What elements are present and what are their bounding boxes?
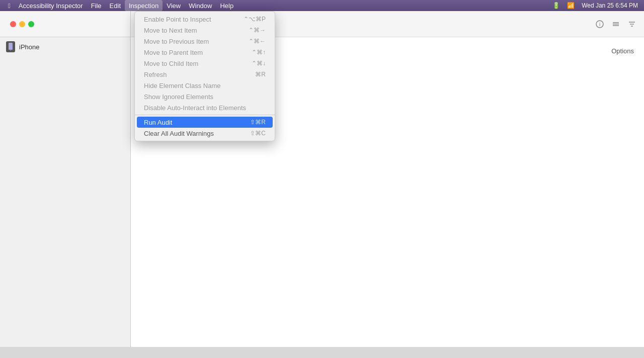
menu-item-label: Enable Point to Inspect — [144, 16, 211, 23]
wifi-icon: 📶 — [565, 2, 577, 9]
close-window-button[interactable] — [10, 21, 16, 27]
options-link[interactable]: Options — [611, 47, 634, 55]
filter-icon-button[interactable] — [626, 18, 638, 30]
datetime-label: Wed Jan 25 6:54 PM — [580, 2, 640, 9]
window-controls — [6, 21, 38, 27]
menu-item-label: Refresh — [144, 71, 167, 78]
info-icon-button[interactable]: i — [594, 18, 606, 30]
menu-item-shortcut: ⇧⌘C — [250, 130, 266, 137]
svg-rect-1 — [9, 43, 13, 50]
menubar-edit[interactable]: Edit — [106, 0, 125, 11]
menu-item-shortcut: ⌃⌘↓ — [252, 60, 266, 67]
menu-item-move-parent[interactable]: Move to Parent Item ⌃⌘↑ — [135, 47, 275, 58]
menu-item-move-next[interactable]: Move to Next Item ⌃⌘→ — [135, 25, 275, 36]
menu-item-shortcut: ⇧⌘R — [250, 119, 266, 126]
menu-item-disable-auto-interact[interactable]: Disable Auto-Interact into Elements — [135, 102, 275, 113]
menubar-view[interactable]: View — [163, 0, 185, 11]
battery-icon: 🔋 — [550, 2, 562, 9]
menu-item-shortcut: ⌃⌥⌘P — [244, 16, 266, 23]
menu-item-label: Move to Next Item — [144, 27, 197, 34]
menubar-accessibility-inspector[interactable]: Accessibility Inspector — [15, 0, 87, 11]
menu-item-hide-class-name[interactable]: Hide Element Class Name — [135, 80, 275, 91]
maximize-window-button[interactable] — [28, 21, 34, 27]
window-area: iPhone Accessibility Inspector i — [0, 11, 644, 358]
sidebar-toolbar — [0, 11, 130, 37]
menu-item-label: Clear All Audit Warnings — [144, 130, 214, 137]
svg-point-2 — [10, 50, 11, 51]
menu-item-label: Move to Parent Item — [144, 49, 203, 56]
device-item-iphone[interactable]: iPhone — [0, 37, 130, 56]
list-icon-button[interactable] — [610, 18, 622, 30]
svg-text:i: i — [599, 22, 600, 27]
menu-item-move-child[interactable]: Move to Child Item ⌃⌘↓ — [135, 58, 275, 69]
menubar-window[interactable]: Window — [185, 0, 216, 11]
menu-item-label: Show Ignored Elements — [144, 93, 213, 101]
inspection-dropdown-menu: Enable Point to Inspect ⌃⌥⌘P Move to Nex… — [134, 11, 275, 141]
sidebar: iPhone — [0, 11, 131, 358]
menu-separator — [135, 115, 275, 115]
menu-item-label: Move to Child Item — [144, 60, 198, 67]
menu-item-shortcut: ⌃⌘↑ — [252, 49, 266, 56]
menu-item-run-audit[interactable]: Run Audit ⇧⌘R — [137, 117, 273, 128]
menubar:  Accessibility Inspector File Edit Insp… — [0, 0, 644, 11]
menu-item-clear-audit[interactable]: Clear All Audit Warnings ⇧⌘C — [135, 128, 275, 139]
menu-item-label: Disable Auto-Interact into Elements — [144, 104, 246, 112]
menu-item-label: Hide Element Class Name — [144, 82, 220, 89]
menubar-file[interactable]: File — [87, 0, 106, 11]
menubar-help[interactable]: Help — [216, 0, 237, 11]
menu-item-shortcut: ⌘R — [255, 71, 266, 78]
device-label: iPhone — [19, 43, 39, 51]
menu-item-label: Move to Previous Item — [144, 38, 209, 45]
svg-rect-5 — [613, 22, 619, 23]
bottom-bar — [0, 347, 644, 358]
minimize-window-button[interactable] — [19, 21, 25, 27]
menu-item-move-previous[interactable]: Move to Previous Item ⌃⌘← — [135, 36, 275, 47]
menu-item-show-ignored[interactable]: Show Ignored Elements — [135, 91, 275, 102]
toolbar-icons: i — [594, 18, 638, 30]
menu-item-shortcut: ⌃⌘← — [249, 38, 266, 45]
svg-rect-7 — [613, 25, 619, 26]
apple-menu-icon[interactable]:  — [4, 2, 15, 10]
menu-item-enable-point-inspect[interactable]: Enable Point to Inspect ⌃⌥⌘P — [135, 14, 275, 25]
iphone-icon — [6, 41, 15, 52]
menubar-inspection[interactable]: Inspection — [125, 0, 163, 11]
menu-item-label: Run Audit — [144, 119, 172, 126]
menubar-right-area: 🔋 📶 Wed Jan 25 6:54 PM — [550, 2, 640, 9]
svg-rect-6 — [613, 24, 619, 25]
menu-item-refresh[interactable]: Refresh ⌘R — [135, 69, 275, 80]
menu-item-shortcut: ⌃⌘→ — [249, 27, 266, 34]
